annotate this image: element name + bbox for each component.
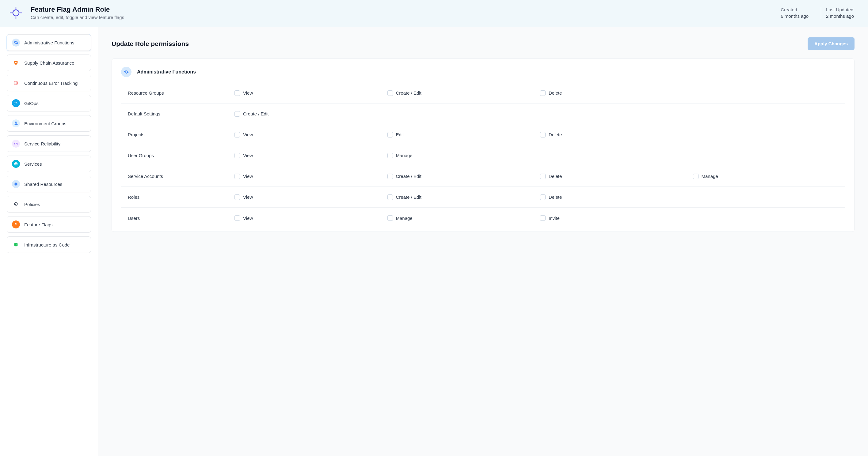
nodes-icon [12, 120, 20, 127]
permission-label: Create / Edit [396, 174, 422, 179]
permission-label: Delete [549, 90, 562, 96]
role-subtitle: Can create, edit, toggle and view featur… [31, 15, 776, 20]
permission-label: Manage [396, 153, 412, 158]
permission-cell: Delete [540, 90, 690, 96]
shield-check-icon [12, 200, 20, 208]
permission-checkbox[interactable] [235, 153, 240, 158]
sidebar-item-label: Supply Chain Assurance [24, 60, 74, 66]
sidebar-item-services[interactable]: Services [7, 156, 91, 172]
permission-cell: Delete [540, 174, 690, 179]
permission-cell: Create / Edit [388, 90, 538, 96]
sidebar-item-label: Service Reliability [24, 141, 60, 146]
bullseye-icon [12, 79, 20, 87]
permission-label: View [243, 194, 253, 200]
panel-header: Administrative Functions [121, 67, 845, 77]
permission-cell: View [235, 132, 385, 137]
updated-meta: Last Updated 2 months ago [821, 7, 859, 19]
sidebar-item-environment-groups[interactable]: Environment Groups [7, 115, 91, 132]
sidebar-item-gitops[interactable]: GitOps [7, 95, 91, 111]
svg-point-10 [14, 104, 15, 105]
permission-cell: Invite [540, 215, 690, 221]
permission-checkbox[interactable] [235, 90, 240, 96]
sidebar-item-label: Services [24, 161, 42, 167]
permission-label: Invite [549, 216, 560, 221]
permissions-panel: Administrative Functions Resource Groups… [112, 59, 855, 232]
permission-checkbox[interactable] [388, 215, 393, 221]
permission-cell: View [235, 215, 385, 221]
permission-label: Delete [549, 194, 562, 200]
permission-label: Delete [549, 174, 562, 179]
permission-checkbox[interactable] [388, 194, 393, 200]
permission-checkbox[interactable] [235, 194, 240, 200]
permission-checkbox[interactable] [540, 90, 546, 96]
permission-cell: View [235, 174, 385, 179]
permission-checkbox[interactable] [388, 90, 393, 96]
permission-label: View [243, 216, 253, 221]
permission-row: UsersViewManageInvite [121, 208, 845, 228]
permission-cell: View [235, 90, 385, 96]
permission-checkbox[interactable] [540, 215, 546, 221]
permission-label: View [243, 174, 253, 179]
permissions-table: Resource GroupsViewCreate / EditDeleteDe… [121, 83, 845, 228]
permission-cell: Create / Edit [388, 194, 538, 200]
permission-cell: Edit [388, 132, 538, 137]
permission-label: Edit [396, 132, 404, 137]
sidebar-item-shared-resources[interactable]: Shared Resources [7, 176, 91, 192]
permission-label: Manage [396, 216, 412, 221]
sidebar-item-label: GitOps [24, 101, 39, 106]
permission-cell: Create / Edit [235, 111, 385, 117]
permission-row: Resource GroupsViewCreate / EditDelete [121, 83, 845, 103]
permission-checkbox[interactable] [388, 174, 393, 179]
updated-value: 2 months ago [826, 13, 854, 19]
svg-point-0 [13, 10, 19, 16]
permission-cell: Manage [693, 174, 843, 179]
permission-checkbox[interactable] [388, 132, 393, 137]
permission-cell: Manage [388, 215, 538, 221]
permission-checkbox[interactable] [388, 153, 393, 158]
sidebar-item-continuous-error-tracking[interactable]: Continuous Error Tracking [7, 75, 91, 91]
permission-row: User GroupsViewManage [121, 145, 845, 166]
main-header: Update Role permissions Apply Changes [112, 37, 855, 50]
svg-point-9 [14, 102, 15, 103]
sidebar-item-administrative-functions[interactable]: Administrative Functions [7, 34, 91, 51]
svg-point-5 [15, 62, 17, 63]
sidebar-item-label: Administrative Functions [24, 40, 74, 45]
created-label: Created [781, 7, 809, 12]
main-content: Update Role permissions Apply Changes Ad… [98, 27, 868, 456]
permission-checkbox[interactable] [235, 174, 240, 179]
sidebar-item-feature-flags[interactable]: Feature Flags [7, 216, 91, 233]
sidebar-item-supply-chain-assurance[interactable]: Supply Chain Assurance [7, 55, 91, 71]
permission-checkbox[interactable] [693, 174, 699, 179]
permission-name: Roles [128, 194, 232, 200]
page-title: Update Role permissions [112, 40, 189, 47]
permission-cell: Delete [540, 194, 690, 200]
sidebar-item-label: Continuous Error Tracking [24, 80, 78, 86]
gear-icon [121, 67, 131, 77]
permission-checkbox[interactable] [540, 174, 546, 179]
permission-cell: Delete [540, 132, 690, 137]
sidebar-item-label: Environment Groups [24, 121, 66, 126]
sidebar-item-label: Feature Flags [24, 222, 53, 227]
permission-checkbox[interactable] [235, 215, 240, 221]
permission-checkbox[interactable] [540, 194, 546, 200]
permission-row: RolesViewCreate / EditDelete [121, 187, 845, 208]
permission-label: Create / Edit [396, 90, 422, 96]
target-icon [12, 160, 20, 168]
svg-point-8 [16, 83, 16, 83]
permission-cell: View [235, 153, 385, 158]
sidebar-item-policies[interactable]: Policies [7, 196, 91, 212]
apply-changes-button[interactable]: Apply Changes [808, 37, 855, 50]
permission-label: View [243, 153, 253, 158]
permission-checkbox[interactable] [235, 111, 240, 117]
permission-checkbox[interactable] [540, 132, 546, 137]
permission-name: Users [128, 216, 232, 221]
permission-row: Service AccountsViewCreate / EditDeleteM… [121, 166, 845, 187]
sidebar-item-service-reliability[interactable]: Service Reliability [7, 135, 91, 152]
updated-label: Last Updated [826, 7, 854, 12]
permission-cell: Manage [388, 153, 538, 158]
svg-line-15 [16, 143, 17, 144]
sidebar: Administrative Functions Supply Chain As… [0, 27, 98, 456]
permission-cell: View [235, 194, 385, 200]
permission-checkbox[interactable] [235, 132, 240, 137]
sidebar-item-infrastructure-as-code[interactable]: Infrastructure as Code [7, 236, 91, 253]
